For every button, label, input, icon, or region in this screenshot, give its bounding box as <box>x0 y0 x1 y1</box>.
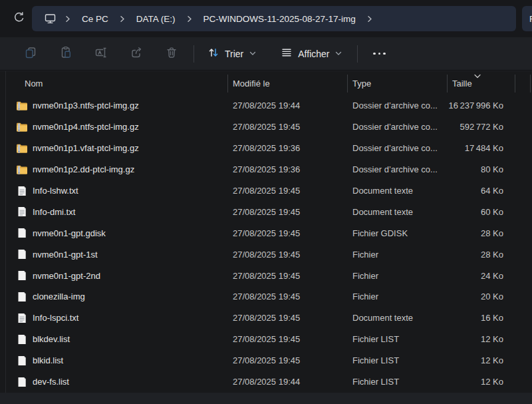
file-name-cell: Info-lspci.txt <box>13 312 227 323</box>
file-row[interactable]: blkid.list 27/08/2025 19:45 Fichier LIST… <box>0 350 532 371</box>
file-modified-date: 27/08/2025 19:45 <box>227 313 347 323</box>
file-modified-date: 27/08/2025 19:45 <box>227 292 347 302</box>
paste-button[interactable] <box>53 43 78 65</box>
file-modified-date: 27/08/2025 19:44 <box>227 101 347 110</box>
file-row[interactable]: nvme0n1-gpt-2nd 27/08/2025 19:45 Fichier… <box>0 265 532 286</box>
file-name: nvme0n1p2.dd-ptcl-img.gz <box>33 164 134 174</box>
file-row[interactable]: nvme0n1-gpt.gdisk 27/08/2025 19:45 Fichi… <box>0 222 532 244</box>
file-type-icon <box>16 228 28 239</box>
file-row[interactable]: Info-lspci.txt 27/08/2025 19:45 Document… <box>0 307 532 329</box>
rename-button[interactable] <box>88 43 113 65</box>
file-size: 28 Ko <box>447 250 515 260</box>
column-header-modified[interactable]: Modifié le <box>227 79 347 89</box>
view-button[interactable]: Afficher <box>274 43 348 65</box>
file-modified-date: 27/08/2025 19:45 <box>227 122 347 132</box>
file-name-cell: clonezilla-img <box>13 291 227 302</box>
breadcrumb-drive[interactable]: DATA (E:) <box>130 11 182 27</box>
file-modified-date: 27/08/2025 19:36 <box>227 164 347 174</box>
file-name: clonezilla-img <box>33 292 85 302</box>
delete-button[interactable] <box>159 43 184 65</box>
column-separator[interactable] <box>515 75 515 93</box>
file-row[interactable]: nvme0n1p3.ntfs-ptcl-img.gz 27/08/2025 19… <box>0 95 532 116</box>
file-name: blkdev.list <box>33 334 70 344</box>
file-type-icon <box>16 164 28 175</box>
more-icon <box>383 53 386 55</box>
file-type: Document texte <box>347 186 447 196</box>
column-header-name[interactable]: Nom <box>13 79 227 89</box>
file-name-cell: nvme0n1p1.vfat-ptcl-img.gz <box>13 142 227 154</box>
file-name-cell: dev-fs.list <box>13 376 227 387</box>
file-size: 20 Ko <box>447 292 515 302</box>
share-button[interactable] <box>124 43 148 65</box>
file-name: nvme0n1-gpt-1st <box>33 250 98 260</box>
column-separator[interactable] <box>530 75 531 93</box>
file-name-cell: blkdev.list <box>13 333 227 345</box>
file-row[interactable]: Info-dmi.txt 27/08/2025 19:45 Document t… <box>0 201 532 222</box>
file-modified-date: 27/08/2025 19:45 <box>227 186 347 196</box>
file-modified-date: 27/08/2025 19:36 <box>227 143 347 153</box>
file-row[interactable]: Info-lshw.txt 27/08/2025 19:45 Document … <box>0 180 532 202</box>
copy-icon <box>24 46 37 62</box>
toolbar-divider <box>357 45 358 63</box>
file-type-icon <box>16 185 28 196</box>
rename-icon <box>94 46 108 62</box>
file-name: nvme0n1p1.vfat-ptcl-img.gz <box>33 143 139 153</box>
file-type: Fichier LIST <box>347 355 447 365</box>
file-name: nvme0n1-gpt-2nd <box>33 271 100 281</box>
file-type: Dossier d’archive co... <box>347 164 447 174</box>
column-header-row: Nom Modifié le Type Taille <box>0 71 532 95</box>
copy-button[interactable] <box>18 43 43 65</box>
file-row[interactable]: clonezilla-img 27/08/2025 19:45 Fichier … <box>0 286 532 307</box>
more-options-button[interactable] <box>366 43 392 65</box>
file-modified-date: 27/08/2025 19:45 <box>227 355 347 365</box>
file-row[interactable]: blkdev.list 27/08/2025 19:45 Fichier LIS… <box>0 329 532 350</box>
file-type-icon <box>16 206 28 218</box>
file-list: nvme0n1p3.ntfs-ptcl-img.gz 27/08/2025 19… <box>0 95 532 392</box>
view-icon <box>280 46 293 61</box>
view-button-label: Afficher <box>298 49 329 59</box>
share-icon <box>130 46 143 62</box>
file-row[interactable]: nvme0n1p2.dd-ptcl-img.gz 27/08/2025 19:3… <box>0 159 532 180</box>
file-type: Document texte <box>347 313 447 323</box>
file-size: 592 772 Ko <box>447 122 515 132</box>
chevron-right-icon <box>362 15 377 23</box>
file-type-icon <box>16 376 28 387</box>
file-name-cell: Info-lshw.txt <box>13 185 227 196</box>
command-toolbar: Trier Afficher <box>0 37 532 71</box>
file-name-cell: nvme0n1-gpt-2nd <box>13 270 227 282</box>
toolbar-divider <box>194 45 194 63</box>
breadcrumb-current-folder[interactable]: PC-WINDOWS-11-2025-08-27-17-img <box>197 11 362 27</box>
file-name-cell: nvme0n1p4.ntfs-ptcl-img.gz <box>13 121 227 132</box>
file-row[interactable]: nvme0n1p1.vfat-ptcl-img.gz 27/08/2025 19… <box>0 138 532 159</box>
breadcrumb-this-pc[interactable]: Ce PC <box>75 11 115 27</box>
column-separator[interactable] <box>447 75 448 93</box>
search-box[interactable]: R <box>522 6 532 31</box>
file-type-icon <box>16 249 28 260</box>
address-row: Ce PC DATA (E:) PC-WINDOWS-11-2025-08-27… <box>0 0 532 37</box>
column-header-type[interactable]: Type <box>347 79 447 89</box>
more-icon <box>373 53 376 55</box>
file-type-icon <box>16 355 28 366</box>
chevron-down-icon <box>249 51 256 56</box>
sort-button-label: Trier <box>225 49 243 59</box>
file-type: Fichier <box>347 271 447 281</box>
refresh-button[interactable] <box>7 7 31 31</box>
file-name: nvme0n1-gpt.gdisk <box>33 228 106 238</box>
file-row[interactable]: dev-fs.list 27/08/2025 19:44 Fichier LIS… <box>0 371 532 393</box>
column-separator[interactable] <box>347 75 348 93</box>
column-separator[interactable] <box>227 75 228 93</box>
address-bar[interactable]: Ce PC DATA (E:) PC-WINDOWS-11-2025-08-27… <box>32 6 516 31</box>
file-row[interactable]: nvme0n1-gpt-1st 27/08/2025 19:45 Fichier… <box>0 244 532 265</box>
file-row[interactable]: nvme0n1p4.ntfs-ptcl-img.gz 27/08/2025 19… <box>0 116 532 138</box>
file-name-cell: blkid.list <box>13 355 227 366</box>
file-size: 28 Ko <box>447 228 515 238</box>
file-modified-date: 27/08/2025 19:45 <box>227 228 347 238</box>
file-size: 24 Ko <box>447 271 515 281</box>
file-size: 64 Ko <box>447 186 515 196</box>
file-type-icon <box>16 312 28 323</box>
file-modified-date: 27/08/2025 19:45 <box>227 334 347 344</box>
file-name: nvme0n1p4.ntfs-ptcl-img.gz <box>33 122 139 132</box>
file-size: 60 Ko <box>447 207 515 217</box>
sort-button[interactable]: Trier <box>201 43 262 65</box>
file-type-icon <box>16 100 28 111</box>
